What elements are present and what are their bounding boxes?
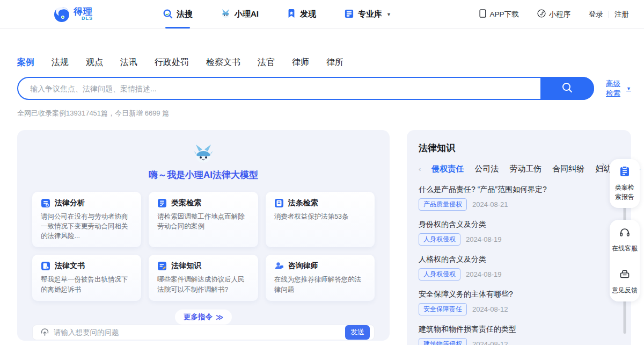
support-card: 在线客服 意见反馈 <box>610 220 640 301</box>
category-tabs: 案例 法规 观点 法讯 行政处罚 检察文书 法官 律师 律所 <box>17 57 631 68</box>
nav-item-label: 专业库 <box>358 9 382 19</box>
knowledge-item-tag[interactable]: 建筑物等侵权 <box>419 338 467 345</box>
question-input[interactable] <box>54 328 345 336</box>
content: 案例 法规 观点 法讯 行政处罚 检察文书 法官 律师 律所 <box>0 57 644 345</box>
card-consult-lawyer[interactable]: 咨询律师 在线为您推荐律师解答您的法律问题 <box>266 255 375 300</box>
similar-case-icon <box>157 198 167 208</box>
kn-tab-contract-dispute[interactable]: 合同纠纷 <box>552 164 584 174</box>
search-button[interactable] <box>540 77 594 100</box>
nav-item-label: 小理AI <box>235 9 259 19</box>
nav-item-xiaoli-ai[interactable]: 小理AI <box>221 0 259 28</box>
knowledge-item-tag[interactable]: 安全保障责任 <box>419 303 467 315</box>
knowledge-item[interactable]: 安全保障义务的主体有哪些? 安全保障责任 2024-08-12 <box>419 289 619 315</box>
knowledge-title: 法律知识 <box>419 142 619 154</box>
floating-rail: › 类案检索报告 在线客服 意见反馈 <box>610 159 640 301</box>
ai-assistant-panel: 嗨～我是小理AI法律大模型 法律分析 请问公司在没有与劳动者协商一致情况下变更劳… <box>17 130 390 341</box>
card-statute-search[interactable]: 法条检索 消费者权益保护法第53条 <box>266 192 375 247</box>
knowledge-item-date: 2024-08-19 <box>466 270 502 278</box>
similar-case-report-button[interactable]: 类案检索报告 <box>610 159 640 208</box>
statute-book-icon <box>274 198 284 208</box>
knowledge-item[interactable]: 人格权的含义及分类 人身权侵权 2024-08-19 <box>419 254 619 281</box>
knowledge-item-title: 安全保障义务的主体有哪些? <box>419 289 619 299</box>
knowledge-item-meta: 建筑物等侵权 2024-08-12 <box>419 338 619 345</box>
search-nav-icon <box>163 9 173 20</box>
knowledge-item-title: 身份权的含义及分类 <box>419 219 619 229</box>
knowledge-item-tag[interactable]: 人身权侵权 <box>419 268 460 281</box>
card-desc: 请问公司在没有与劳动者协商一致情况下变更劳动合同相关的法律风险... <box>41 212 133 241</box>
clipboard-icon <box>619 166 631 179</box>
app-download-link[interactable]: APP下载 <box>479 9 518 19</box>
card-title: 法律文书 <box>55 261 85 271</box>
knowledge-list: 什么是产品责任? “产品”范围如何界定? 产品质量侵权 2024-08-21 身… <box>419 184 619 345</box>
knowledge-item-date: 2024-08-12 <box>472 340 508 345</box>
card-title: 法律知识 <box>171 261 201 271</box>
topbar-right: APP下载 小程序 登录 注册 <box>479 9 629 19</box>
kn-tab-labor-injury[interactable]: 劳动工伤 <box>509 164 541 174</box>
active-nav-underline <box>165 27 190 28</box>
tab-legal-news[interactable]: 法讯 <box>120 57 137 68</box>
miniprogram-icon <box>537 9 546 19</box>
card-head: 咨询律师 <box>274 261 366 271</box>
mini-program-link[interactable]: 小程序 <box>537 9 571 19</box>
card-legal-document[interactable]: 法律文书 帮我起草一份被告出轨情况下的离婚起诉书 <box>32 255 141 300</box>
card-desc: 请检索因调整工作地点而解除劳动合同的案例 <box>157 212 249 231</box>
card-head: 法律分析 <box>41 198 133 208</box>
nav-item-legal-search[interactable]: 法搜 <box>163 0 193 28</box>
document-pencil-icon <box>157 261 167 271</box>
kn-tab-company-law[interactable]: 公司法 <box>474 164 499 174</box>
knowledge-item-date: 2024-08-19 <box>466 235 502 243</box>
search-input[interactable] <box>18 84 575 93</box>
chevron-left-icon[interactable]: ‹ <box>419 165 421 173</box>
knowledge-item-meta: 人身权侵权 2024-08-19 <box>419 233 619 246</box>
knowledge-tabs: ‹ 侵权责任 公司法 劳动工伤 合同纠纷 妇幼权益 › <box>419 164 619 174</box>
card-title: 咨询律师 <box>288 261 318 271</box>
knowledge-item[interactable]: 身份权的含义及分类 人身权侵权 2024-08-19 <box>419 219 619 246</box>
brand-logo[interactable]: 得理 DLS <box>54 6 93 23</box>
advanced-search-link[interactable]: 高级检索 ▼ <box>606 79 631 98</box>
tab-regulations[interactable]: 法规 <box>52 57 69 68</box>
question-input-bar: 发送 <box>32 325 375 340</box>
tab-law-firms[interactable]: 律所 <box>326 57 343 68</box>
knowledge-item-date: 2024-08-12 <box>472 305 508 313</box>
knowledge-item-tag[interactable]: 人身权侵权 <box>419 233 460 246</box>
tab-judges[interactable]: 法官 <box>258 57 275 68</box>
auth-links: 登录 注册 <box>589 10 629 19</box>
knowledge-item-meta: 产品质量侵权 2024-08-21 <box>419 198 619 211</box>
collapse-chevron-icon[interactable]: › <box>602 160 604 168</box>
nav-item-discover[interactable]: 发现 <box>287 0 316 28</box>
feedback-icon <box>619 268 631 282</box>
similar-case-report-label: 类案检索报告 <box>614 183 635 202</box>
card-legal-knowledge[interactable]: 法律知识 哪些案件调解达成协议后人民法院可以不制作调解书? <box>149 255 258 300</box>
search-bar <box>17 77 594 100</box>
tab-cases[interactable]: 案例 <box>17 57 34 68</box>
login-link[interactable]: 登录 <box>589 10 603 19</box>
prompt-cards: 法律分析 请问公司在没有与劳动者协商一致情况下变更劳动合同相关的法律风险... … <box>32 192 375 301</box>
card-legal-analysis[interactable]: 法律分析 请问公司在没有与劳动者协商一致情况下变更劳动合同相关的法律风险... <box>32 192 141 247</box>
knowledge-item-tag[interactable]: 产品质量侵权 <box>419 198 467 211</box>
card-head: 法律知识 <box>157 261 249 271</box>
nav-item-pro-library[interactable]: 专业库 ▼ <box>344 0 391 28</box>
knowledge-item[interactable]: 建筑物和物件损害责任的类型 建筑物等侵权 2024-08-12 <box>419 324 619 345</box>
kn-tab-tort-liability[interactable]: 侵权责任 <box>431 164 464 174</box>
document-star-icon <box>41 261 50 271</box>
tab-viewpoints[interactable]: 观点 <box>86 57 103 68</box>
card-similar-case-search[interactable]: 类案检索 请检索因调整工作地点而解除劳动合同的案例 <box>149 192 258 247</box>
tab-lawyers[interactable]: 律师 <box>292 57 309 68</box>
card-desc: 消费者权益保护法第53条 <box>274 212 366 221</box>
feedback-button[interactable]: 意见反馈 <box>612 268 638 295</box>
app-download-label: APP下载 <box>489 10 518 19</box>
mini-program-label: 小程序 <box>549 10 571 19</box>
register-link[interactable]: 注册 <box>614 10 629 19</box>
more-commands-button[interactable]: 更多指令 ≫ <box>175 310 232 325</box>
online-service-button[interactable]: 在线客服 <box>612 226 638 253</box>
knowledge-item-title: 建筑物和物件损害责任的类型 <box>419 324 619 334</box>
send-button[interactable]: 发送 <box>345 325 370 340</box>
card-head: 法律文书 <box>41 261 133 271</box>
card-desc: 哪些案件调解达成协议后人民法院可以不制作调解书? <box>157 275 249 294</box>
nav-item-label: 发现 <box>300 9 316 19</box>
tab-procuratorial-docs[interactable]: 检察文书 <box>206 57 240 68</box>
discover-bookmark-icon <box>287 9 296 20</box>
knowledge-item[interactable]: 什么是产品责任? “产品”范围如何界定? 产品质量侵权 2024-08-21 <box>419 184 619 211</box>
legal-analysis-icon <box>41 198 50 208</box>
tab-admin-penalty[interactable]: 行政处罚 <box>155 57 189 68</box>
